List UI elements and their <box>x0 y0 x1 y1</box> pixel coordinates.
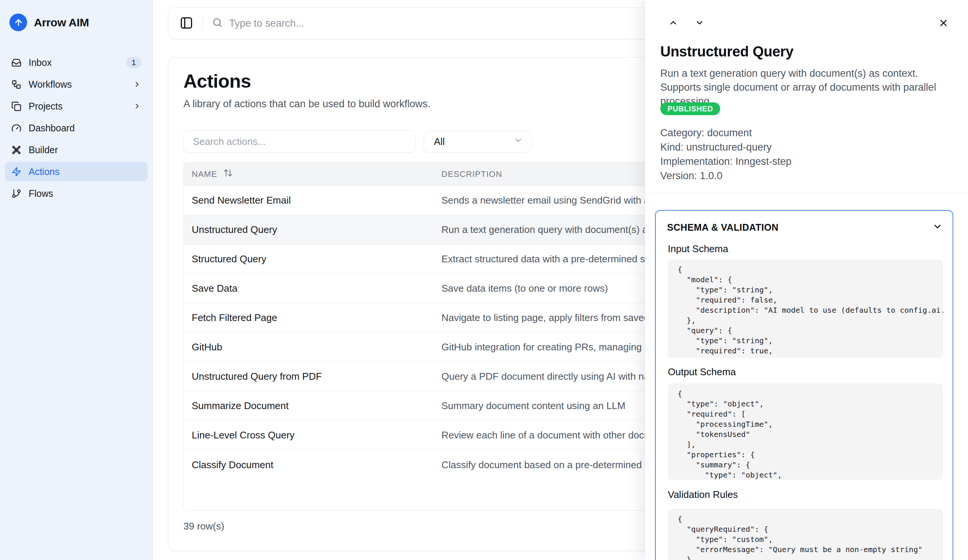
action-name: Send Newsletter Email <box>184 195 291 206</box>
arrow-up-logo-icon <box>10 13 27 31</box>
input-schema-label: Input Schema <box>668 243 728 255</box>
meta-kind: Kind: unstructured-query <box>660 140 791 154</box>
sidebar-item-label: Actions <box>29 166 60 177</box>
action-description: Navigate to listing page, apply filters … <box>441 312 678 324</box>
action-name: Unstructured Query <box>184 224 277 236</box>
row-count: 39 row(s) <box>184 520 224 532</box>
page-title: Actions <box>184 70 251 92</box>
validation-rules-code: { "queryRequired": { "type": "custom", "… <box>668 509 943 560</box>
status-badge: PUBLISHED <box>660 102 720 115</box>
next-item-button[interactable] <box>691 15 708 31</box>
topbar-divider <box>202 16 203 30</box>
validation-rules-label: Validation Rules <box>668 489 738 501</box>
action-description: Run a text generation query with documen… <box>441 224 680 236</box>
action-description: Save data items (to one or more rows) <box>441 282 608 294</box>
chevron-right-icon <box>133 102 141 110</box>
meta-implementation: Implementation: Inngest-step <box>660 154 791 168</box>
sidebar-toggle-button[interactable] <box>180 16 193 31</box>
brand: Arrow AIM <box>10 13 89 31</box>
schema-card-title: SCHEMA & VALIDATION <box>667 222 779 233</box>
panel-title: Unstructured Query <box>660 44 794 60</box>
action-name: Classify Document <box>184 459 273 471</box>
sidebar-item-workflows[interactable]: Workflows <box>5 74 148 94</box>
column-label-name: NAME <box>192 169 217 179</box>
sidebar-item-projects[interactable]: Projects <box>5 96 148 116</box>
chevron-up-icon <box>668 18 678 29</box>
sidebar-item-dashboard[interactable]: Dashboard <box>5 118 148 138</box>
builder-tools-icon <box>11 145 22 155</box>
page-subtitle: A library of actions that can be used to… <box>184 98 431 110</box>
previous-item-button[interactable] <box>665 15 681 31</box>
global-search-input[interactable] <box>229 18 455 29</box>
action-name: Save Data <box>184 282 237 294</box>
sidebar-item-label: Inbox <box>29 57 51 68</box>
chevron-right-icon <box>133 80 141 88</box>
git-branch-icon <box>11 188 22 199</box>
filter-selected-value: All <box>434 136 445 147</box>
sidebar-item-label: Projects <box>29 101 63 112</box>
detail-panel: Unstructured Query Run a text generation… <box>645 0 968 560</box>
column-header-description: DESCRIPTION <box>441 169 502 179</box>
category-filter-select[interactable]: All <box>424 131 532 152</box>
actions-search-box <box>184 130 416 153</box>
actions-search-input[interactable] <box>193 136 406 147</box>
action-description: Extract structured data with a pre-deter… <box>441 253 675 265</box>
action-description: Review each line of a document with othe… <box>441 429 676 441</box>
search-icon <box>212 17 223 30</box>
sort-icon[interactable] <box>223 168 233 180</box>
sidebar-item-label: Flows <box>29 188 53 199</box>
action-description: Classify document based on a pre-determi… <box>441 459 675 471</box>
app-root: Arrow AIM Inbox 1 Workflows <box>0 0 968 560</box>
action-name: Line-Level Cross Query <box>184 429 295 441</box>
meta-category: Category: document <box>660 126 791 140</box>
sidebar-item-builder[interactable]: Builder <box>5 140 148 160</box>
chevron-down-icon <box>513 135 523 148</box>
sidebar-item-label: Dashboard <box>29 123 75 134</box>
sidebar: Arrow AIM Inbox 1 Workflows <box>0 0 153 560</box>
meta-version: Version: 1.0.0 <box>660 168 791 183</box>
action-description: Summary document content using an LLM <box>441 400 625 412</box>
output-schema-label: Output Schema <box>668 366 736 378</box>
action-name: Structured Query <box>184 253 266 265</box>
close-panel-button[interactable] <box>935 15 952 31</box>
lightning-icon <box>11 167 22 177</box>
input-schema-code: { "model": { "type": "string", "required… <box>668 259 943 358</box>
brand-name: Arrow AIM <box>34 16 89 29</box>
output-schema-code: { "type": "object", "required": [ "proce… <box>668 383 943 480</box>
panel-metadata: Category: document Kind: unstructured-qu… <box>660 126 791 183</box>
action-name: Summarize Document <box>184 400 288 412</box>
action-name: Unstructured Query from PDF <box>184 371 322 382</box>
inbox-count-badge: 1 <box>126 56 141 68</box>
column-header-name[interactable]: NAME <box>184 168 233 180</box>
sidebar-nav: Inbox 1 Workflows Projects <box>5 53 148 205</box>
schema-card-header[interactable]: SCHEMA & VALIDATION <box>667 221 943 233</box>
chevron-down-icon <box>695 18 704 29</box>
dashboard-gauge-icon <box>11 123 22 133</box>
sidebar-item-label: Workflows <box>29 79 72 90</box>
sidebar-item-label: Builder <box>29 145 58 155</box>
chevron-down-icon <box>932 221 943 233</box>
sidebar-item-actions[interactable]: Actions <box>5 162 148 182</box>
workflow-icon <box>11 79 22 89</box>
projects-icon <box>11 101 22 111</box>
panel-divider <box>645 193 968 193</box>
action-name: GitHub <box>184 341 222 353</box>
schema-validation-card: SCHEMA & VALIDATION Input Schema { "mode… <box>655 210 953 560</box>
action-name: Fetch Filtered Page <box>184 312 277 324</box>
inbox-icon <box>11 58 22 68</box>
sidebar-item-inbox[interactable]: Inbox 1 <box>5 53 148 72</box>
close-icon <box>938 18 949 29</box>
sidebar-item-flows[interactable]: Flows <box>5 183 148 203</box>
panel-left-icon <box>180 16 193 31</box>
